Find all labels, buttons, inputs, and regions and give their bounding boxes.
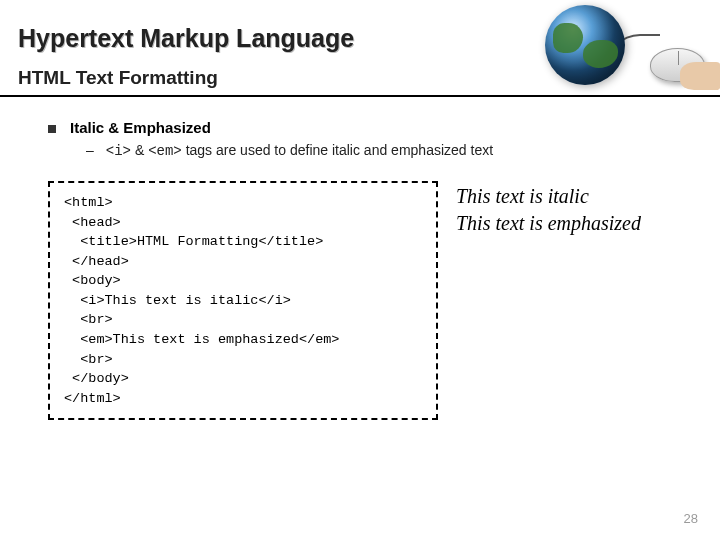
page-number: 28 <box>684 511 698 526</box>
sub-bullet-text: <i> & <em> tags are used to define itali… <box>106 142 493 159</box>
hand-icon <box>680 62 720 90</box>
bullet-heading: Italic & Emphasized <box>70 119 211 136</box>
amp-text: & <box>131 142 148 158</box>
dash-icon: – <box>86 142 94 158</box>
sub-bullet: – <i> & <em> tags are used to define ita… <box>86 142 692 159</box>
output-line-2: This text is emphasized <box>456 210 692 237</box>
output-block: This text is italic This text is emphasi… <box>456 181 692 420</box>
square-bullet-icon <box>48 125 56 133</box>
code-block: <html> <head> <title>HTML Formatting</ti… <box>48 181 438 420</box>
header-decoration <box>510 0 720 100</box>
output-line-1: This text is italic <box>456 183 692 210</box>
sub-rest: tags are used to define italic and empha… <box>182 142 493 158</box>
code-output-columns: <html> <head> <title>HTML Formatting</ti… <box>48 181 692 420</box>
code-inline-em: <em> <box>148 143 182 159</box>
globe-icon <box>545 5 625 85</box>
bullet-item: Italic & Emphasized <box>48 119 692 136</box>
code-inline-i: <i> <box>106 143 131 159</box>
content-area: Italic & Emphasized – <i> & <em> tags ar… <box>0 97 720 420</box>
